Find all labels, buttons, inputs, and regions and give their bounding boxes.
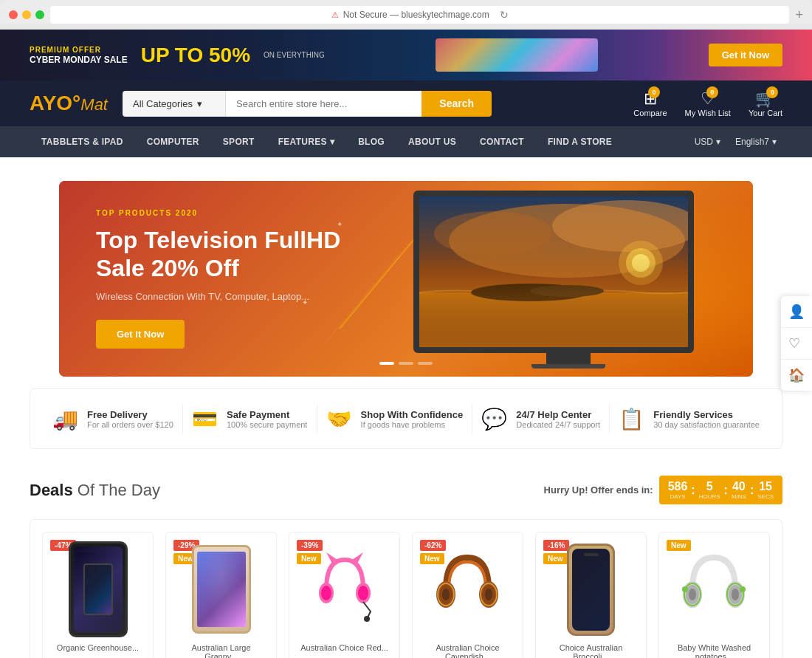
- hero-product-image: [413, 191, 723, 368]
- feature-helpcenter: 💬 24/7 Help Center Dedicated 24/7 suppor…: [481, 407, 600, 431]
- cart-badge: 0: [766, 86, 778, 98]
- product-4-discount: -62%: [420, 540, 446, 551]
- svg-point-5: [434, 211, 552, 256]
- svg-point-15: [358, 586, 368, 600]
- product-card-3[interactable]: -39% New: [289, 532, 400, 658]
- promo-on-label: ON EVERYTHING: [264, 51, 325, 59]
- feature-payment: 💳 Safe Payment 100% secure payment: [192, 407, 307, 431]
- hero-content: TOP PRODUCTS 2020 Top Television FullHD …: [59, 181, 406, 377]
- refresh-icon[interactable]: ↻: [500, 9, 509, 21]
- nav-item-contact[interactable]: CONTACT: [468, 126, 536, 157]
- svg-point-27: [689, 589, 696, 600]
- product-3-discount: -39%: [297, 540, 323, 551]
- products-grid: -47%: [42, 532, 770, 658]
- feature-divider-1: [182, 404, 183, 433]
- wishlist-action[interactable]: ♡ 0 My Wish List: [685, 89, 731, 117]
- product-card-1[interactable]: -47%: [42, 532, 154, 658]
- feature-payment-title: Safe Payment: [227, 409, 307, 420]
- feature-services-text: Friendly Services 30 day satisfaction gu…: [653, 409, 760, 429]
- feature-confidence: 🤝 Shop With Confidence If goods have pro…: [326, 407, 464, 431]
- deals-title: Deals Of The Day: [30, 481, 160, 500]
- header-actions: ⊞ 0 Compare ♡ 0 My Wish List 🛒 0 Your Ca…: [633, 89, 782, 117]
- time-sep-2: :: [722, 484, 730, 497]
- wishlist-label: My Wish List: [685, 109, 731, 117]
- minimize-dot[interactable]: [22, 10, 31, 19]
- tv-mockup: [413, 191, 694, 353]
- product-6-name: Baby White Washed potatoes...: [668, 643, 760, 658]
- phone-mockup: [69, 541, 128, 637]
- green-headphones-svg: [679, 549, 749, 630]
- nav-item-blog[interactable]: BLOG: [346, 126, 396, 157]
- product-card-6[interactable]: New: [658, 532, 770, 658]
- logo-main: AYO°: [30, 92, 80, 114]
- mins-label: MINS: [732, 493, 746, 500]
- feature-confidence-title: Shop With Confidence: [361, 409, 464, 420]
- cart-action[interactable]: 🛒 0 Your Cart: [749, 89, 782, 117]
- compare-action[interactable]: ⊞ 0 Compare: [633, 89, 667, 117]
- helpcenter-icon: 💬: [481, 407, 507, 431]
- products-container: -47%: [30, 519, 782, 658]
- nav-item-sport[interactable]: SPORT: [211, 126, 266, 157]
- maximize-dot[interactable]: [35, 10, 44, 19]
- tv-stand: [546, 353, 591, 364]
- mins-value: 40: [732, 480, 746, 493]
- search-input[interactable]: [226, 91, 422, 117]
- category-label: All Categories: [133, 98, 193, 109]
- sidebar-wishlist-icon[interactable]: ♡: [781, 328, 812, 360]
- promo-text: PREMIUM OFFER CYBER MONDAY SALE: [30, 46, 128, 65]
- nav-item-features[interactable]: FEATURES ▾: [266, 126, 347, 157]
- svg-point-19: [442, 589, 450, 600]
- product-card-5[interactable]: -16% New Choice Australian Broccoli...: [535, 532, 647, 658]
- countdown-timer: 586 DAYS : 5 HOURS : 40 MINS : 1: [659, 476, 782, 504]
- category-dropdown[interactable]: All Categories ▾: [123, 91, 226, 117]
- nav-item-tablets[interactable]: TABBLETS & IPAD: [30, 126, 135, 157]
- main-nav: TABBLETS & IPAD COMPUTER SPORT FEATURES …: [0, 126, 812, 157]
- logo[interactable]: AYO°Mat: [30, 92, 108, 115]
- currency-selector[interactable]: USD ▾: [689, 134, 726, 150]
- hours-unit: 5 HOURS: [699, 480, 720, 500]
- product-card-4[interactable]: -62% New: [412, 532, 523, 658]
- svg-point-34: [740, 586, 746, 592]
- nav-item-findstore[interactable]: FIND A STORE: [536, 126, 624, 157]
- feature-payment-text: Safe Payment 100% secure payment: [227, 409, 307, 429]
- svg-point-30: [732, 589, 739, 600]
- svg-point-7: [626, 248, 656, 278]
- tv-base: [531, 364, 605, 369]
- hero-cta-button[interactable]: Get it Now: [96, 320, 185, 349]
- delivery-icon: 🚚: [52, 407, 78, 431]
- header: AYO°Mat All Categories ▾ Search ⊞ 0 Comp…: [0, 80, 812, 126]
- search-button[interactable]: Search: [422, 91, 492, 117]
- svg-point-11: [530, 285, 604, 297]
- promo-cta-button[interactable]: Get it Now: [709, 44, 782, 66]
- svg-point-16: [364, 616, 370, 622]
- countdown: Hurry Up! Offer ends in: 586 DAYS : 5 HO…: [544, 476, 782, 504]
- close-dot[interactable]: [9, 10, 18, 19]
- deals-header: Deals Of The Day Hurry Up! Offer ends in…: [30, 476, 782, 504]
- time-sep-1: :: [689, 484, 697, 497]
- product-3-new: New: [297, 553, 321, 564]
- product-card-2[interactable]: -29% New Australian Large Granny...: [165, 532, 277, 658]
- feature-helpcenter-title: 24/7 Help Center: [516, 409, 600, 420]
- compare-badge: 0: [648, 86, 660, 98]
- hero-tag: TOP PRODUCTS 2020: [96, 209, 369, 217]
- product-5-name: Choice Australian Broccoli...: [545, 643, 637, 658]
- feature-delivery-text: Free Delivery For all orders over $120: [87, 409, 173, 429]
- carousel-dot-3[interactable]: [418, 362, 433, 365]
- currency-label: USD: [695, 137, 713, 147]
- nav-item-about[interactable]: ABOUT US: [396, 126, 468, 157]
- sidebar-user-icon[interactable]: 👤: [781, 296, 812, 328]
- url-text: Not Secure — blueskytechmage.com: [343, 10, 489, 20]
- compare-label: Compare: [633, 109, 667, 117]
- svg-point-10: [471, 284, 589, 301]
- language-selector[interactable]: English7 ▾: [729, 134, 782, 150]
- nav-item-computer[interactable]: COMPUTER: [135, 126, 211, 157]
- feature-services: 📋 Friendly Services 30 day satisfaction …: [619, 407, 760, 431]
- svg-point-6: [619, 241, 663, 285]
- mins-unit: 40 MINS: [732, 480, 746, 500]
- new-tab-button[interactable]: +: [795, 7, 803, 23]
- secs-label: SECS: [757, 493, 774, 500]
- svg-point-22: [485, 589, 492, 600]
- sidebar-home-icon[interactable]: 🏠: [781, 360, 812, 391]
- url-bar[interactable]: ⚠ Not Secure — blueskytechmage.com ↻: [50, 6, 789, 24]
- promo-left: PREMIUM OFFER CYBER MONDAY SALE UP TO 50…: [30, 44, 325, 67]
